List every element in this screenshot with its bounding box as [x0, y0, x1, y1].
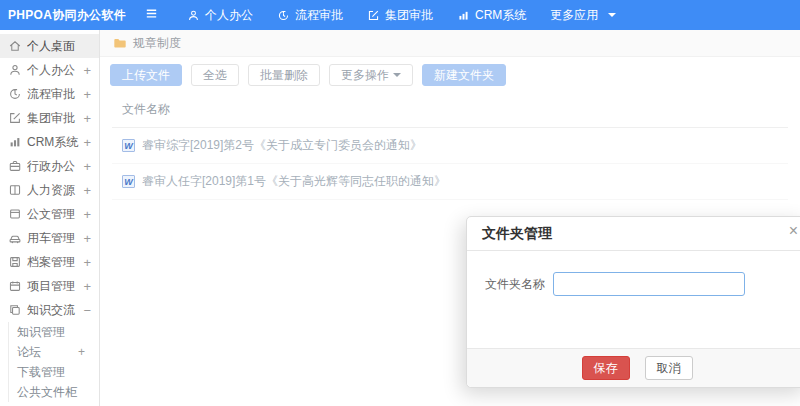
caret-down-icon: [608, 13, 616, 17]
sidebar-item-knowledge-exchange[interactable]: 知识交流 −: [0, 298, 99, 322]
caret-down-icon: [393, 73, 401, 77]
nav-item-label: 个人办公: [205, 7, 253, 24]
sidebar-item-label: 个人办公: [27, 62, 83, 79]
sidebar-item-personal-desktop[interactable]: 个人桌面: [0, 34, 99, 58]
sidebar-item-group-approval[interactable]: 集团审批 +: [0, 106, 99, 130]
nav-item-label: 流程审批: [295, 7, 343, 24]
sidebar-item-label: 人力资源: [27, 182, 83, 199]
history-icon: [8, 87, 22, 101]
nav-item-label: 集团审批: [385, 7, 433, 24]
dialog-title: 文件夹管理: [482, 225, 552, 243]
submenu-item-knowledge-mgmt[interactable]: 知识管理: [9, 322, 99, 342]
sidebar-item-label: 知识交流: [27, 302, 83, 319]
breadcrumb: 规章制度: [100, 30, 800, 57]
app-logo: PHPOA协同办公软件: [0, 7, 132, 24]
submenu-item-forum[interactable]: 论坛 +: [9, 342, 99, 362]
copy-icon: [8, 303, 22, 317]
knowledge-submenu: 知识管理 论坛 + 下载管理 公共文件柜: [8, 322, 99, 402]
nav-crm-system[interactable]: CRM系统: [457, 7, 526, 24]
sidebar-item-vehicle-mgmt[interactable]: 用车管理 +: [0, 226, 99, 250]
expand-sign: +: [83, 136, 91, 149]
book-icon: [8, 183, 22, 197]
file-list-header: 文件名称: [112, 93, 788, 128]
sidebar-item-label: 用车管理: [27, 230, 83, 247]
sidebar-item-label: 流程审批: [27, 86, 83, 103]
submenu-item-public-file-cabinet[interactable]: 公共文件柜: [9, 382, 99, 402]
folder-name-input[interactable]: [553, 272, 745, 296]
sidebar-item-crm[interactable]: CRM系统 +: [0, 130, 99, 154]
expand-sign: +: [83, 160, 91, 173]
submenu-item-label: 下载管理: [17, 364, 65, 381]
expand-sign: +: [83, 64, 91, 77]
submenu-item-download-mgmt[interactable]: 下载管理: [9, 362, 99, 382]
sidebar-item-label: 档案管理: [27, 254, 83, 271]
briefcase-icon: [8, 159, 22, 173]
word-file-icon: W: [122, 139, 135, 152]
file-row[interactable]: W 睿审综字[2019]第2号《关于成立专门委员会的通知》: [112, 128, 788, 164]
home-icon: [8, 39, 22, 53]
breadcrumb-label: 规章制度: [133, 35, 181, 52]
nav-more-apps[interactable]: 更多应用: [550, 7, 616, 24]
sidebar-item-label: 公文管理: [27, 206, 83, 223]
save-icon: [8, 255, 22, 269]
expand-sign: +: [83, 232, 91, 245]
cancel-button[interactable]: 取消: [645, 356, 693, 380]
nav-item-label: 更多应用: [550, 7, 598, 24]
expand-sign: +: [83, 112, 91, 125]
calendar-icon: [8, 279, 22, 293]
sidebar-item-project-mgmt[interactable]: 项目管理 +: [0, 274, 99, 298]
save-button[interactable]: 保存: [582, 356, 630, 380]
sidebar-item-personal-office[interactable]: 个人办公 +: [0, 58, 99, 82]
sidebar-item-admin-office[interactable]: 行政办公 +: [0, 154, 99, 178]
submenu-item-label: 论坛: [17, 344, 41, 361]
file-row[interactable]: W 睿审人任字[2019]第1号《关于高光辉等同志任职的通知》: [112, 164, 788, 200]
nav-group-approval[interactable]: 集团审批: [367, 7, 433, 24]
collapse-sign: −: [83, 304, 91, 317]
app-window: PHPOA协同办公软件 个人办公 流程审批 集团审批: [0, 0, 800, 406]
sidebar: 个人桌面 个人办公 + 流程审批 + 集团审批 +: [0, 30, 100, 406]
sidebar-item-workflow-approval[interactable]: 流程审批 +: [0, 82, 99, 106]
folder-name-label: 文件夹名称: [485, 276, 545, 293]
nav-personal-office[interactable]: 个人办公: [187, 7, 253, 24]
new-folder-button[interactable]: 新建文件夹: [422, 64, 506, 86]
word-file-icon: W: [122, 175, 135, 188]
toolbar: 上传文件 全选 批量删除 更多操作 新建文件夹: [100, 57, 800, 93]
dialog-body: 文件夹名称: [467, 251, 800, 296]
file-name: 睿审人任字[2019]第1号《关于高光辉等同志任职的通知》: [142, 173, 446, 190]
more-actions-dropdown[interactable]: 更多操作: [329, 64, 413, 86]
submenu-item-label: 知识管理: [17, 324, 65, 341]
more-actions-label: 更多操作: [341, 67, 389, 84]
sidebar-item-label: 行政办公: [27, 158, 83, 175]
sidebar-item-archive-mgmt[interactable]: 档案管理 +: [0, 250, 99, 274]
top-navbar: PHPOA协同办公软件 个人办公 流程审批 集团审批: [0, 0, 800, 30]
sidebar-item-label: 集团审批: [27, 110, 83, 127]
expand-sign: +: [78, 345, 85, 359]
file-name: 睿审综字[2019]第2号《关于成立专门委员会的通知》: [142, 137, 422, 154]
nav-workflow-approval[interactable]: 流程审批: [277, 7, 343, 24]
upload-file-button[interactable]: 上传文件: [110, 64, 182, 86]
expand-sign: +: [83, 208, 91, 221]
bar-chart-icon: [8, 135, 22, 149]
dialog-header: 文件夹管理: [467, 217, 800, 251]
history-icon: [277, 9, 290, 22]
hamburger-icon: [144, 6, 159, 25]
expand-sign: +: [83, 88, 91, 101]
edit-icon: [367, 9, 380, 22]
batch-delete-button[interactable]: 批量删除: [248, 64, 320, 86]
sidebar-item-hr[interactable]: 人力资源 +: [0, 178, 99, 202]
expand-sign: +: [83, 184, 91, 197]
sidebar-item-document-mgmt[interactable]: 公文管理 +: [0, 202, 99, 226]
dialog-footer: 保存 取消: [467, 348, 800, 387]
edit-icon: [8, 111, 22, 125]
expand-sign: +: [83, 256, 91, 269]
folder-icon: [113, 36, 127, 50]
sidebar-item-label: 个人桌面: [27, 38, 91, 55]
nav-item-label: CRM系统: [475, 7, 526, 24]
folder-management-dialog: 文件夹管理 × 文件夹名称 保存 取消: [466, 216, 800, 388]
car-icon: [8, 231, 22, 245]
menu-toggle-button[interactable]: [144, 6, 159, 25]
expand-sign: +: [83, 280, 91, 293]
select-all-button[interactable]: 全选: [191, 64, 239, 86]
user-icon: [187, 9, 200, 22]
close-icon[interactable]: ×: [789, 223, 798, 239]
